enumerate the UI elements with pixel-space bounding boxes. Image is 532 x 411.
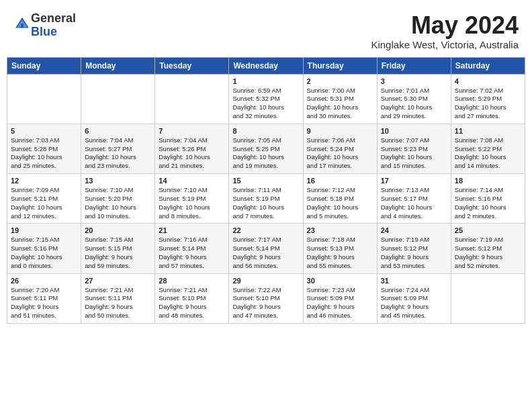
day-number: 18 [455, 177, 521, 185]
day-cell: 5Sunrise: 7:03 AM Sunset: 5:28 PM Daylig… [7, 124, 81, 173]
calendar-table: SundayMondayTuesdayWednesdayThursdayFrid… [7, 57, 525, 324]
day-cell [451, 273, 525, 323]
day-number: 14 [159, 177, 225, 185]
day-info: Sunrise: 7:16 AM Sunset: 5:14 PM Dayligh… [159, 236, 225, 270]
logo-blue-text: Blue [31, 25, 57, 38]
day-cell: 15Sunrise: 7:11 AM Sunset: 5:19 PM Dayli… [229, 174, 303, 224]
week-row-1: 1Sunrise: 6:59 AM Sunset: 5:32 PM Daylig… [7, 74, 525, 124]
day-info: Sunrise: 7:00 AM Sunset: 5:31 PM Dayligh… [307, 87, 373, 121]
day-cell: 13Sunrise: 7:10 AM Sunset: 5:20 PM Dayli… [81, 174, 155, 224]
day-info: Sunrise: 7:04 AM Sunset: 5:27 PM Dayligh… [85, 136, 151, 171]
day-info: Sunrise: 7:03 AM Sunset: 5:28 PM Dayligh… [11, 136, 77, 171]
day-info: Sunrise: 7:15 AM Sunset: 5:16 PM Dayligh… [11, 236, 77, 270]
day-number: 4 [455, 77, 521, 85]
day-number: 2 [307, 77, 373, 85]
day-info: Sunrise: 7:07 AM Sunset: 5:23 PM Dayligh… [381, 136, 447, 171]
day-info: Sunrise: 7:09 AM Sunset: 5:21 PM Dayligh… [11, 186, 77, 220]
day-info: Sunrise: 7:15 AM Sunset: 5:15 PM Dayligh… [85, 236, 151, 270]
day-cell: 26Sunrise: 7:20 AM Sunset: 5:11 PM Dayli… [7, 273, 81, 323]
day-number: 6 [85, 127, 151, 135]
day-number: 26 [11, 277, 77, 285]
day-info: Sunrise: 7:04 AM Sunset: 5:26 PM Dayligh… [159, 136, 225, 171]
day-info: Sunrise: 6:59 AM Sunset: 5:32 PM Dayligh… [232, 87, 299, 121]
day-info: Sunrise: 7:21 AM Sunset: 5:11 PM Dayligh… [85, 286, 151, 320]
week-row-2: 5Sunrise: 7:03 AM Sunset: 5:28 PM Daylig… [7, 124, 525, 173]
day-info: Sunrise: 7:11 AM Sunset: 5:19 PM Dayligh… [232, 186, 299, 220]
day-info: Sunrise: 7:19 AM Sunset: 5:12 PM Dayligh… [455, 236, 521, 270]
week-row-5: 26Sunrise: 7:20 AM Sunset: 5:11 PM Dayli… [7, 273, 525, 323]
day-cell [155, 74, 229, 124]
day-info: Sunrise: 7:18 AM Sunset: 5:13 PM Dayligh… [307, 236, 373, 270]
day-number: 3 [381, 77, 447, 85]
day-cell: 6Sunrise: 7:04 AM Sunset: 5:27 PM Daylig… [81, 124, 155, 173]
day-cell: 1Sunrise: 6:59 AM Sunset: 5:32 PM Daylig… [229, 74, 303, 124]
day-cell: 4Sunrise: 7:02 AM Sunset: 5:29 PM Daylig… [451, 74, 525, 124]
day-info: Sunrise: 7:02 AM Sunset: 5:29 PM Dayligh… [455, 87, 521, 121]
day-number: 22 [232, 226, 299, 234]
day-header-saturday: Saturday [451, 57, 525, 74]
day-number: 8 [232, 127, 299, 135]
day-info: Sunrise: 7:22 AM Sunset: 5:10 PM Dayligh… [232, 286, 299, 320]
day-cell: 25Sunrise: 7:19 AM Sunset: 5:12 PM Dayli… [451, 224, 525, 273]
day-number: 29 [232, 277, 299, 285]
day-cell: 12Sunrise: 7:09 AM Sunset: 5:21 PM Dayli… [7, 174, 81, 224]
day-number: 11 [455, 127, 521, 135]
day-info: Sunrise: 7:01 AM Sunset: 5:30 PM Dayligh… [381, 87, 447, 121]
page-header: General Blue May 2024 Kinglake West, Vic… [7, 7, 525, 53]
day-number: 28 [159, 277, 225, 285]
calendar-subtitle: Kinglake West, Victoria, Australia [371, 39, 519, 50]
day-cell [81, 74, 155, 124]
svg-rect-2 [21, 24, 23, 28]
day-cell: 27Sunrise: 7:21 AM Sunset: 5:11 PM Dayli… [81, 273, 155, 323]
day-number: 5 [11, 127, 77, 135]
day-info: Sunrise: 7:17 AM Sunset: 5:14 PM Dayligh… [232, 236, 299, 270]
day-number: 21 [159, 226, 225, 234]
day-number: 23 [307, 226, 373, 234]
logo-icon [15, 17, 30, 32]
day-cell: 31Sunrise: 7:24 AM Sunset: 5:09 PM Dayli… [377, 273, 451, 323]
day-number: 27 [85, 277, 151, 285]
day-number: 20 [85, 226, 151, 234]
day-cell: 20Sunrise: 7:15 AM Sunset: 5:15 PM Dayli… [81, 224, 155, 273]
day-cell: 3Sunrise: 7:01 AM Sunset: 5:30 PM Daylig… [377, 74, 451, 124]
day-number: 31 [381, 277, 447, 285]
day-header-sunday: Sunday [7, 57, 81, 74]
day-number: 30 [307, 277, 373, 285]
day-number: 10 [381, 127, 447, 135]
day-number: 15 [232, 177, 299, 185]
day-cell: 14Sunrise: 7:10 AM Sunset: 5:19 PM Dayli… [155, 174, 229, 224]
day-info: Sunrise: 7:14 AM Sunset: 5:16 PM Dayligh… [455, 186, 521, 220]
day-cell: 19Sunrise: 7:15 AM Sunset: 5:16 PM Dayli… [7, 224, 81, 273]
day-number: 25 [455, 226, 521, 234]
day-info: Sunrise: 7:21 AM Sunset: 5:10 PM Dayligh… [159, 286, 225, 320]
day-info: Sunrise: 7:12 AM Sunset: 5:18 PM Dayligh… [307, 186, 373, 220]
day-cell: 23Sunrise: 7:18 AM Sunset: 5:13 PM Dayli… [303, 224, 377, 273]
day-cell: 8Sunrise: 7:05 AM Sunset: 5:25 PM Daylig… [229, 124, 303, 173]
day-number: 19 [11, 226, 77, 234]
day-cell: 17Sunrise: 7:13 AM Sunset: 5:17 PM Dayli… [377, 174, 451, 224]
day-cell: 7Sunrise: 7:04 AM Sunset: 5:26 PM Daylig… [155, 124, 229, 173]
day-cell: 21Sunrise: 7:16 AM Sunset: 5:14 PM Dayli… [155, 224, 229, 273]
day-cell: 28Sunrise: 7:21 AM Sunset: 5:10 PM Dayli… [155, 273, 229, 323]
day-number: 7 [159, 127, 225, 135]
day-cell: 9Sunrise: 7:06 AM Sunset: 5:24 PM Daylig… [303, 124, 377, 173]
day-cell: 18Sunrise: 7:14 AM Sunset: 5:16 PM Dayli… [451, 174, 525, 224]
day-header-monday: Monday [81, 57, 155, 74]
day-header-thursday: Thursday [303, 57, 377, 74]
day-cell: 2Sunrise: 7:00 AM Sunset: 5:31 PM Daylig… [303, 74, 377, 124]
day-info: Sunrise: 7:05 AM Sunset: 5:25 PM Dayligh… [232, 136, 299, 171]
day-info: Sunrise: 7:08 AM Sunset: 5:22 PM Dayligh… [455, 136, 521, 171]
day-info: Sunrise: 7:10 AM Sunset: 5:19 PM Dayligh… [159, 186, 225, 220]
day-info: Sunrise: 7:10 AM Sunset: 5:20 PM Dayligh… [85, 186, 151, 220]
day-cell: 24Sunrise: 7:19 AM Sunset: 5:12 PM Dayli… [377, 224, 451, 273]
week-row-3: 12Sunrise: 7:09 AM Sunset: 5:21 PM Dayli… [7, 174, 525, 224]
day-info: Sunrise: 7:19 AM Sunset: 5:12 PM Dayligh… [381, 236, 447, 270]
day-info: Sunrise: 7:06 AM Sunset: 5:24 PM Dayligh… [307, 136, 373, 171]
day-cell: 22Sunrise: 7:17 AM Sunset: 5:14 PM Dayli… [229, 224, 303, 273]
day-cell: 29Sunrise: 7:22 AM Sunset: 5:10 PM Dayli… [229, 273, 303, 323]
day-cell [7, 74, 81, 124]
days-header-row: SundayMondayTuesdayWednesdayThursdayFrid… [7, 57, 525, 74]
calendar-title: May 2024 [371, 12, 519, 39]
day-header-wednesday: Wednesday [229, 57, 303, 74]
day-info: Sunrise: 7:24 AM Sunset: 5:09 PM Dayligh… [381, 286, 447, 320]
